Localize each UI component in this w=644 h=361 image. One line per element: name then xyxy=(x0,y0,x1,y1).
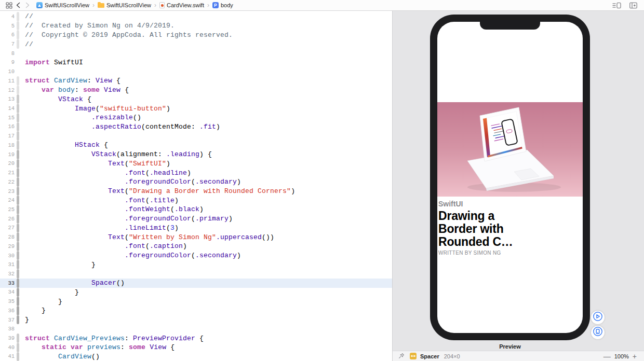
line-number[interactable]: 10 xyxy=(0,68,15,75)
code-line-5[interactable]: 5// Created by Simon Ng on 4/9/2019. xyxy=(0,21,392,31)
code-line-29[interactable]: 29 .font(.caption) xyxy=(0,242,392,251)
line-number[interactable]: 5 xyxy=(0,23,15,29)
line-number[interactable]: 33 xyxy=(0,280,15,286)
breadcrumb-item-swiftuiscrollview[interactable]: SwiftUIScrollView xyxy=(36,2,89,8)
line-number[interactable]: 11 xyxy=(0,78,15,84)
line-number[interactable]: 34 xyxy=(0,289,15,295)
code-line-21[interactable]: 21 .font(.headline) xyxy=(0,168,392,177)
line-number[interactable]: 22 xyxy=(0,179,15,185)
code-editor[interactable]: 4//5// Created by Simon Ng on 4/9/2019.6… xyxy=(0,11,393,361)
code-line-28[interactable]: 28 Text("Written by Simon Ng".uppercased… xyxy=(0,232,392,242)
code-line-17[interactable]: 17 xyxy=(0,131,392,141)
code-text: .foregroundColor(.primary) xyxy=(25,215,233,223)
code-line-24[interactable]: 24 .font(.title) xyxy=(0,196,392,205)
line-number[interactable]: 35 xyxy=(0,298,15,304)
line-number[interactable]: 41 xyxy=(0,353,15,359)
line-number[interactable]: 32 xyxy=(0,271,15,277)
line-number[interactable]: 12 xyxy=(0,87,15,93)
code-line-35[interactable]: 35 } xyxy=(0,297,392,306)
code-line-31[interactable]: 31 } xyxy=(0,260,392,269)
line-number[interactable]: 20 xyxy=(0,160,15,166)
code-line-7[interactable]: 7// xyxy=(0,39,392,49)
code-line-33[interactable]: 33 Spacer() xyxy=(0,279,392,288)
change-bar xyxy=(17,334,19,343)
line-number[interactable]: 18 xyxy=(0,142,15,148)
code-line-27[interactable]: 27 .lineLimit(3) xyxy=(0,224,392,233)
zoom-in-button[interactable]: + xyxy=(633,353,637,360)
code-line-8[interactable]: 8 xyxy=(0,49,392,58)
line-number[interactable]: 8 xyxy=(0,50,15,57)
line-number[interactable]: 21 xyxy=(0,170,15,176)
line-number[interactable]: 16 xyxy=(0,123,15,130)
code-text: .font(.caption) xyxy=(25,242,187,250)
line-number[interactable]: 38 xyxy=(0,326,15,332)
line-number[interactable]: 25 xyxy=(0,206,15,213)
line-number[interactable]: 39 xyxy=(0,335,15,341)
code-line-32[interactable]: 32 xyxy=(0,269,392,279)
selection-info[interactable]: Spacer 204×0 xyxy=(397,352,460,360)
jump-bar: SwiftUIScrollView›SwiftUIScrollView›Card… xyxy=(0,0,644,11)
code-line-22[interactable]: 22 .foregroundColor(.secondary) xyxy=(0,177,392,187)
line-number[interactable]: 36 xyxy=(0,308,15,314)
line-number[interactable]: 19 xyxy=(0,151,15,158)
code-line-23[interactable]: 23 Text("Drawing a Border with Rounded C… xyxy=(0,187,392,196)
line-number[interactable]: 28 xyxy=(0,234,15,240)
line-number[interactable]: 30 xyxy=(0,253,15,259)
code-line-9[interactable]: 9import SwiftUI xyxy=(0,58,392,67)
preview-on-device-button[interactable] xyxy=(591,326,605,339)
code-line-19[interactable]: 19 VStack(alignment: .leading) { xyxy=(0,150,392,159)
line-number[interactable]: 37 xyxy=(0,317,15,323)
code-line-16[interactable]: 16 .aspectRatio(contentMode: .fit) xyxy=(0,122,392,132)
line-number[interactable]: 26 xyxy=(0,216,15,222)
line-number[interactable]: 4 xyxy=(0,13,15,20)
line-number[interactable]: 27 xyxy=(0,225,15,231)
code-line-30[interactable]: 30 .foregroundColor(.secondary) xyxy=(0,251,392,260)
line-number[interactable]: 9 xyxy=(0,59,15,65)
code-line-36[interactable]: 36 } xyxy=(0,306,392,315)
code-line-12[interactable]: 12 var body: some View { xyxy=(0,86,392,95)
card-category: SwiftUI xyxy=(438,200,578,208)
code-line-37[interactable]: 37} xyxy=(0,315,392,325)
line-number[interactable]: 13 xyxy=(0,96,15,102)
code-line-18[interactable]: 18 HStack { xyxy=(0,141,392,150)
related-items-icon[interactable] xyxy=(4,1,14,9)
preview-label: Preview xyxy=(430,343,590,350)
line-number[interactable]: 6 xyxy=(0,32,15,38)
change-bar xyxy=(17,159,19,169)
code-line-11[interactable]: 11struct CardView: View { xyxy=(0,76,392,86)
code-line-25[interactable]: 25 .fontWeight(.black) xyxy=(0,205,392,214)
line-number[interactable]: 29 xyxy=(0,243,15,249)
line-number[interactable]: 31 xyxy=(0,261,15,268)
code-line-4[interactable]: 4// xyxy=(0,12,392,21)
forward-icon[interactable] xyxy=(23,1,32,9)
editor-options-icon[interactable] xyxy=(612,1,621,9)
pin-icon[interactable] xyxy=(397,352,406,360)
line-number[interactable]: 40 xyxy=(0,344,15,351)
line-number[interactable]: 24 xyxy=(0,197,15,203)
code-line-38[interactable]: 38 xyxy=(0,324,392,334)
code-line-26[interactable]: 26 .foregroundColor(.primary) xyxy=(0,214,392,224)
code-line-13[interactable]: 13 VStack { xyxy=(0,94,392,104)
code-line-41[interactable]: 41 CardView() xyxy=(0,352,392,361)
zoom-out-button[interactable]: — xyxy=(603,353,611,360)
add-editor-icon[interactable] xyxy=(628,1,638,9)
back-icon[interactable] xyxy=(14,1,23,9)
code-line-14[interactable]: 14 Image("swiftui-button") xyxy=(0,104,392,113)
line-number[interactable]: 23 xyxy=(0,188,15,195)
line-number[interactable]: 17 xyxy=(0,133,15,139)
line-number[interactable]: 7 xyxy=(0,41,15,47)
breadcrumb-item-cardview-swift[interactable]: CardView.swift xyxy=(159,2,204,8)
iphone-screen[interactable]: SwiftUI Drawing a Border with Rounded C…… xyxy=(437,22,583,333)
breadcrumb-item-body[interactable]: Pbody xyxy=(212,2,233,8)
code-line-39[interactable]: 39struct CardView_Previews: PreviewProvi… xyxy=(0,334,392,343)
line-number[interactable]: 15 xyxy=(0,115,15,121)
code-line-15[interactable]: 15 .resizable() xyxy=(0,113,392,122)
code-line-34[interactable]: 34 } xyxy=(0,288,392,297)
code-line-6[interactable]: 6// Copyright © 2019 AppCoda. All rights… xyxy=(0,30,392,39)
breadcrumb-item-swiftuiscrollview[interactable]: SwiftUIScrollView xyxy=(98,2,151,8)
live-preview-button[interactable] xyxy=(591,311,605,324)
line-number[interactable]: 14 xyxy=(0,105,15,112)
code-line-20[interactable]: 20 Text("SwiftUI") xyxy=(0,159,392,169)
code-line-40[interactable]: 40 static var previews: some View { xyxy=(0,343,392,352)
code-line-10[interactable]: 10 xyxy=(0,67,392,76)
